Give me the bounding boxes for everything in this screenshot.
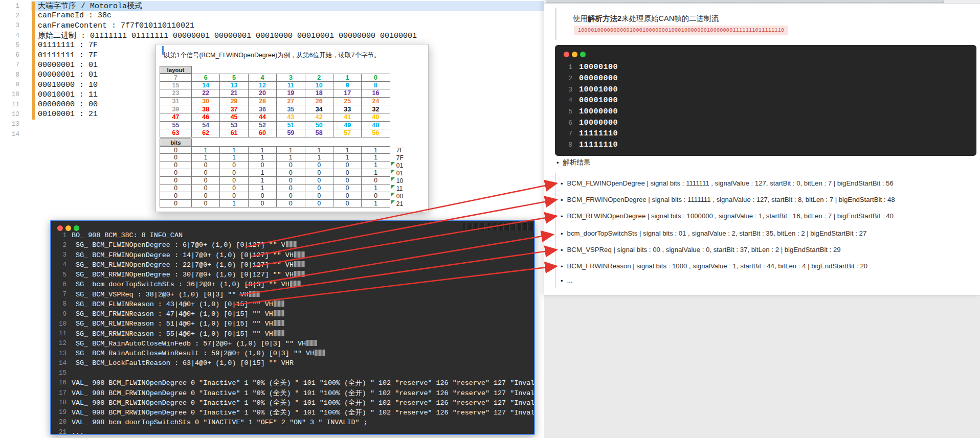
- layout-bit-cell: 13: [220, 82, 248, 90]
- line-number: 16: [51, 379, 66, 386]
- results-label: 解析结果: [563, 158, 591, 167]
- bits-value-cell: 0: [160, 146, 192, 154]
- excel-marker-icon: [391, 185, 395, 189]
- dbc-line-text: VAL_ 908 BCM_RLWINOpenDegree 0 "Inactive…: [72, 398, 535, 407]
- bits-value-cell: 0: [277, 162, 305, 169]
- redacted-text-block: [274, 330, 284, 336]
- bits-value-cell: 0: [192, 185, 220, 192]
- layout-bit-cell: 7: [160, 74, 192, 82]
- dbc-line-text: SG_ BCM_RRWINReason : 55|4@0+ (1,0) [0|1…: [72, 330, 284, 338]
- layout-bit-cell: 51: [277, 122, 305, 130]
- line-number: 12: [51, 340, 66, 347]
- dbc-line: 3 SG_ BCM_FRWINOpenDegree : 14|7@0+ (1,0…: [51, 250, 534, 260]
- redacted-text-block: [290, 281, 301, 287]
- line-number: 9: [51, 311, 66, 318]
- bits-value-cell: 0: [305, 200, 333, 208]
- result-text: BCM_FLWINOpenDegree | signal bits : 1111…: [567, 179, 894, 187]
- bits-value-cell: 0: [333, 169, 362, 177]
- dbc-line: 18VAL_ 908 BCM_RLWINOpenDegree 0 "Inacti…: [51, 398, 534, 407]
- layout-bit-cell: 45: [220, 113, 248, 122]
- blockquote-bar: [555, 8, 556, 40]
- layout-bit-cell: 54: [192, 122, 220, 130]
- results-list-bar: [555, 173, 556, 288]
- bullet-icon: •: [556, 158, 559, 167]
- line-number: 2: [562, 75, 572, 82]
- dbc-line-text: SG_ BCM_LockFaultReason : 63|4@0+ (1,0) …: [72, 359, 294, 367]
- layout-bit-cell: 10: [305, 82, 333, 90]
- layout-bit-cell: 2: [305, 74, 333, 82]
- editor-line-text: 00000001 : 01: [38, 61, 98, 70]
- redacted-badge: [463, 223, 485, 230]
- bits-value-cell: 1: [249, 177, 277, 185]
- bits-value-cell: 0: [220, 177, 248, 185]
- editor-line-text: 00100001 : 21: [38, 110, 98, 119]
- line-number: 13: [0, 121, 19, 128]
- dbc-line-text: SG_ BCM_FRWINReason : 47|4@0+ (1,0) [0|1…: [72, 310, 284, 318]
- layout-bit-cell: 40: [362, 113, 390, 122]
- line-number: 7: [0, 61, 19, 68]
- bits-value-cell: 0: [333, 177, 362, 185]
- bits-value-cell: 0: [249, 162, 277, 169]
- window-close-icon: [564, 52, 569, 57]
- dbc-code-window: 1BO_ 908 BCM_38C: 8 INFO_CAN2 SG_ BCM_FL…: [50, 220, 535, 435]
- layout-bit-cell: 47: [160, 113, 192, 122]
- result-item: •...: [561, 276, 573, 285]
- layout-bit-cell: 39: [160, 105, 192, 113]
- excel-marker-icon: [391, 177, 395, 181]
- dbc-line: 1BO_ 908 BCM_38C: 8 INFO_CAN: [51, 230, 534, 240]
- scrollbar-thumb[interactable]: [546, 1, 944, 3]
- bits-value-cell: 0: [160, 200, 192, 208]
- bits-value-cell: 0: [277, 200, 305, 208]
- redacted-text-block: [306, 340, 317, 346]
- dbc-line: 13 SG_ BCM_RainAutoCloseWinResult : 59|2…: [51, 349, 534, 358]
- binary-line: 811111110: [562, 140, 618, 151]
- bullet-icon: •: [561, 179, 563, 188]
- line-number: 17: [51, 389, 66, 397]
- layout-bit-cell: 37: [220, 105, 248, 113]
- popup-description: 以第1个信号(BCM_FLWINOpenDegree)为例，从第6位开始，读取7…: [164, 51, 380, 60]
- binary-stream-highlight: 1000010000000000100010000000100010000000…: [574, 26, 788, 35]
- editor-line-text: 原始二进制 : 01111111 01111111 00000001 00000…: [38, 31, 417, 40]
- dbc-line: 17VAL_ 908 BCM_FRWINOpenDegree 0 "Inacti…: [51, 388, 534, 398]
- dbc-line: 9 SG_ BCM_FRWINReason : 47|4@0+ (1,0) [0…: [51, 309, 534, 319]
- line-number: 8: [562, 141, 572, 149]
- binary-line: 200000000: [562, 73, 618, 84]
- binary-line-text: 00001000: [579, 96, 618, 105]
- bits-value-cell: 0: [333, 200, 362, 208]
- redacted-text-block: [286, 241, 297, 247]
- bits-value-cell: 0: [362, 192, 390, 200]
- line-number: 7: [562, 130, 572, 137]
- binary-line: 610000000: [562, 117, 618, 128]
- layout-table-header: layout: [160, 66, 192, 74]
- bits-value-cell: 0: [220, 192, 248, 200]
- bits-value-cell: 0: [220, 162, 248, 169]
- bits-value-cell: 1: [305, 146, 333, 154]
- layout-bit-cell: 44: [249, 113, 277, 122]
- bits-value-cell: 1: [192, 154, 220, 162]
- dbc-line-text: SG_ BCM_FLWINOpenDegree : 6|7@0+ (1,0) […: [72, 241, 297, 249]
- line-number: 18: [51, 399, 66, 406]
- gutter-modified-indicator: [32, 2, 35, 120]
- layout-bit-cell: 56: [362, 129, 390, 137]
- bits-value-cell: 1: [220, 154, 248, 162]
- result-item: •BCM_FLWINOpenDegree | signal bits : 111…: [561, 179, 894, 188]
- binary-line: 110000100: [562, 62, 618, 73]
- line-number: 4: [562, 97, 572, 104]
- layout-bit-cell: 49: [333, 122, 362, 130]
- layout-bit-cell: 18: [305, 89, 333, 98]
- dbc-line: 4 SG_ BCM_RLWINOpenDegree : 22|7@0+ (1,0…: [51, 260, 534, 270]
- bits-value-cell: 0: [277, 185, 305, 192]
- redacted-text-block: [315, 350, 325, 356]
- bits-value-cell: 0: [192, 169, 220, 177]
- layout-bit-cell: 16: [362, 89, 390, 98]
- bits-value-cell: 0: [160, 177, 192, 185]
- line-number: 3: [0, 22, 19, 29]
- binary-line: 400001000: [562, 95, 618, 106]
- page-root: 1大端字节序 / Motorola模式2canFrameId : 38c3can…: [0, 0, 980, 438]
- bits-value-cell: 0: [220, 169, 248, 177]
- scrollbar-track[interactable]: [544, 0, 980, 4]
- hex-value-cell: 01: [390, 169, 414, 177]
- layout-bit-cell: 52: [249, 122, 277, 130]
- layout-bit-cell: 36: [249, 105, 277, 113]
- editor-line-text: 00010001 : 11: [38, 90, 98, 99]
